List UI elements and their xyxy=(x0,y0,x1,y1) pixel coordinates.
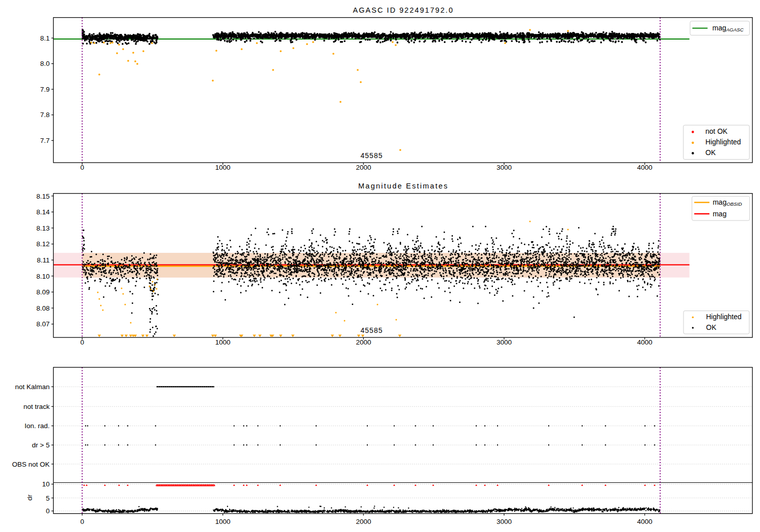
svg-text:1000: 1000 xyxy=(215,518,231,525)
svg-text:8.09: 8.09 xyxy=(36,288,50,296)
svg-text:2000: 2000 xyxy=(356,338,371,346)
svg-text:AGASC ID 922491792.0: AGASC ID 922491792.0 xyxy=(353,6,453,14)
svg-text:8.14: 8.14 xyxy=(36,208,50,216)
svg-text:45585: 45585 xyxy=(361,326,383,334)
svg-text:Ion. rad.: Ion. rad. xyxy=(24,422,50,430)
svg-text:4000: 4000 xyxy=(637,338,652,346)
svg-text:Highlighted: Highlighted xyxy=(706,313,742,321)
svg-text:OBS not OK: OBS not OK xyxy=(12,461,50,468)
svg-text:not track: not track xyxy=(23,403,50,410)
svg-text:mag: mag xyxy=(713,210,727,218)
svg-text:8.07: 8.07 xyxy=(36,320,50,328)
svg-text:8.15: 8.15 xyxy=(36,193,50,200)
svg-text:8.13: 8.13 xyxy=(36,224,50,232)
svg-text:2000: 2000 xyxy=(356,518,371,525)
svg-text:dr > 5: dr > 5 xyxy=(32,441,50,449)
svg-text:4000: 4000 xyxy=(637,164,652,171)
svg-text:not Kalman: not Kalman xyxy=(15,383,50,391)
svg-text:3000: 3000 xyxy=(497,338,512,346)
svg-text:7.7: 7.7 xyxy=(40,137,50,144)
svg-text:not OK: not OK xyxy=(705,127,728,135)
svg-text:8.10: 8.10 xyxy=(36,273,50,280)
svg-text:Magnitude Estimates: Magnitude Estimates xyxy=(358,182,447,190)
svg-text:OK: OK xyxy=(705,148,716,157)
svg-text:7.9: 7.9 xyxy=(40,86,50,93)
svg-text:dr: dr xyxy=(26,494,33,501)
svg-text:8.1: 8.1 xyxy=(40,34,50,42)
svg-text:3000: 3000 xyxy=(497,518,512,525)
svg-text:8.08: 8.08 xyxy=(36,305,50,312)
svg-text:2000: 2000 xyxy=(356,164,371,171)
svg-text:3000: 3000 xyxy=(497,164,512,171)
svg-text:45585: 45585 xyxy=(361,151,383,160)
svg-text:8.11: 8.11 xyxy=(37,256,50,264)
svg-text:1000: 1000 xyxy=(215,164,231,171)
svg-text:0: 0 xyxy=(80,164,84,171)
svg-text:5: 5 xyxy=(46,495,50,502)
svg-text:10: 10 xyxy=(42,480,50,488)
svg-text:OK: OK xyxy=(706,323,717,331)
svg-text:7.8: 7.8 xyxy=(40,111,50,119)
svg-text:4000: 4000 xyxy=(637,518,652,525)
svg-text:8.12: 8.12 xyxy=(36,240,50,248)
svg-text:8.0: 8.0 xyxy=(40,60,50,67)
svg-text:0: 0 xyxy=(46,507,50,515)
svg-text:0: 0 xyxy=(80,518,84,525)
svg-text:0: 0 xyxy=(80,338,84,346)
svg-text:1000: 1000 xyxy=(215,338,231,346)
svg-text:Highlighted: Highlighted xyxy=(705,138,741,146)
